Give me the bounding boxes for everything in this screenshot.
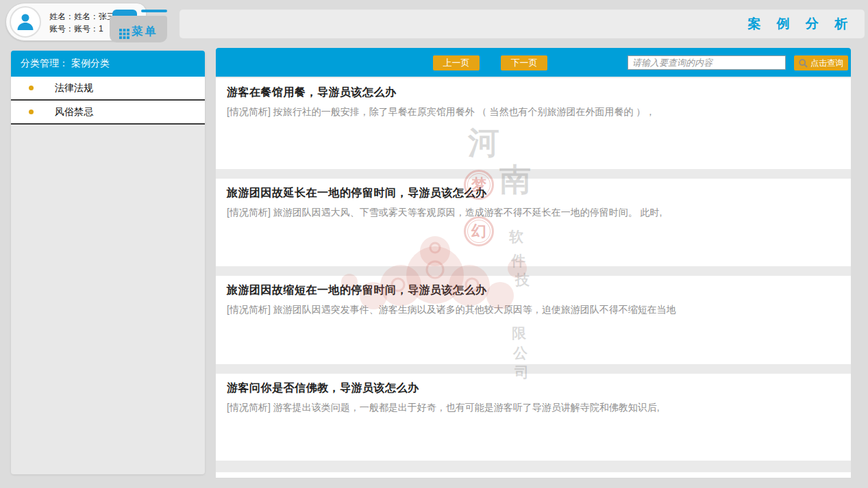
case-summary: [情况简析] 按旅行社的一般安排，除了早餐在原宾馆用餐外 （ 当然也有个别旅游团…	[227, 106, 851, 118]
user-account-line: 账号：账号：1	[49, 23, 115, 35]
bullet-icon	[29, 86, 34, 90]
top-title-bar: 案 例 分 析	[179, 10, 865, 38]
case-summary: [情况简析] 游客提出该类问题，一般都是出于好奇，也有可能是游客听了导游员讲解寺…	[227, 402, 851, 414]
user-card: 姓名：姓名：张三 账号：账号：1 菜单	[5, 3, 163, 42]
menu-button[interactable]: 菜单	[110, 10, 167, 42]
search-button[interactable]: 点击查询	[794, 55, 848, 70]
sidebar-item-label: 法律法规	[11, 82, 93, 94]
sidebar-item-customs[interactable]: 风俗禁忌	[11, 101, 205, 125]
next-page-button[interactable]: 下一页	[501, 55, 547, 70]
menu-tab-body[interactable]: 菜单	[110, 16, 167, 42]
sidebar-item-label: 风俗禁忌	[11, 106, 93, 118]
case-summary: [情况简析] 旅游团队因遇大风、下雪或雾天等客观原因，造成游客不得不延长在一地的…	[227, 207, 851, 219]
case-title: 游客在餐馆用餐，导游员该怎么办	[227, 86, 851, 100]
user-text-lines: 姓名：姓名：张三 账号：账号：1	[49, 10, 115, 35]
menu-tab-line	[141, 10, 167, 12]
case-list-item[interactable]: 旅游团因故缩短在一地的停留时间，导游员该怎么办 [情况简析] 旅游团队因遇突发事…	[216, 276, 851, 364]
case-title: 旅游团因故延长在一地的停留时间，导游员该怎么办	[227, 186, 851, 201]
user-icon	[15, 12, 36, 32]
case-summary: [情况简析] 旅游团队因遇突发事件、游客生病以及诸多的其他较大原因等，迫使旅游团…	[227, 304, 851, 316]
sidebar-item-laws[interactable]: 法律法规	[11, 77, 205, 101]
menu-grid-icon	[119, 29, 129, 39]
sidebar-header: 分类管理： 案例分类	[11, 51, 205, 77]
case-list-item[interactable]: 游客在餐馆用餐，导游员该怎么办 [情况简析] 按旅行社的一般安排，除了早餐在原宾…	[216, 78, 851, 169]
bullet-icon	[29, 110, 34, 114]
user-name-line: 姓名：姓名：张三	[49, 10, 115, 23]
case-title: 旅游团因故缩短在一地的停留时间，导游员该怎么办	[227, 283, 851, 298]
menu-label: 菜单	[132, 25, 158, 39]
case-list-item[interactable]: 游客问你是否信佛教，导游员该怎么办 [情况简析] 游客提出该类问题，一般都是出于…	[216, 374, 851, 461]
avatar	[10, 6, 41, 38]
case-list-item[interactable]: 旅游团因故延长在一地的停留时间，导游员该怎么办 [情况简析] 旅游团队因遇大风、…	[216, 179, 851, 266]
case-title: 游客问你是否信佛教，导游员该怎么办	[227, 381, 851, 396]
case-list-panel: 上一页 下一页 点击查询 游客在餐馆用餐，导游员该怎么办 [情况简析] 按旅行社…	[216, 48, 851, 478]
category-sidebar: 分类管理： 案例分类 法律法规 风俗禁忌	[11, 51, 205, 474]
sidebar-title: 分类管理： 案例分类	[21, 57, 110, 70]
search-icon	[799, 59, 808, 68]
page-title: 案 例 分 析	[747, 15, 854, 33]
search-button-label: 点击查询	[810, 57, 843, 69]
prev-page-button[interactable]: 上一页	[433, 55, 480, 70]
list-toolbar: 上一页 下一页 点击查询	[216, 48, 851, 77]
search-input[interactable]	[628, 55, 786, 70]
case-list-item-partial[interactable]	[216, 472, 851, 478]
